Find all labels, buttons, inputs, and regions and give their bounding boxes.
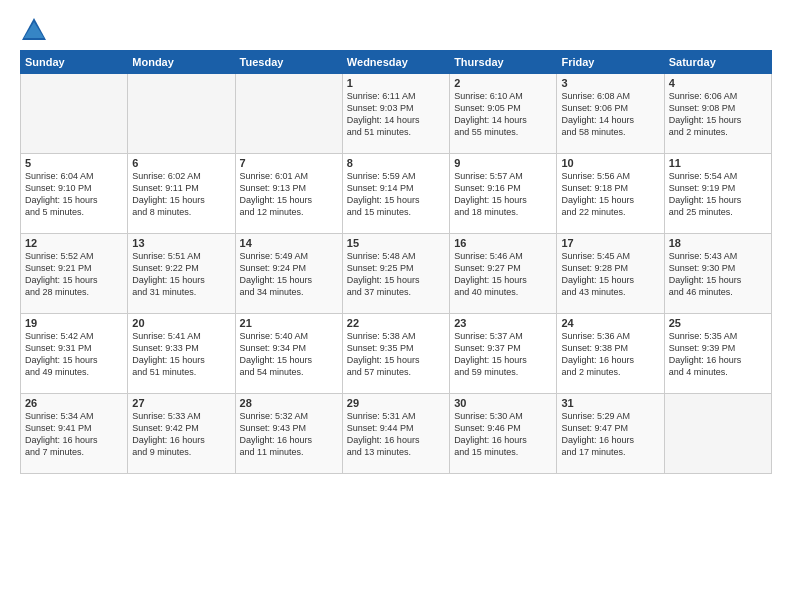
day-number: 16 <box>454 237 552 249</box>
cell-content: Sunrise: 5:48 AM Sunset: 9:25 PM Dayligh… <box>347 250 445 299</box>
calendar-cell: 31Sunrise: 5:29 AM Sunset: 9:47 PM Dayli… <box>557 394 664 474</box>
page: SundayMondayTuesdayWednesdayThursdayFrid… <box>0 0 792 612</box>
cell-content: Sunrise: 5:52 AM Sunset: 9:21 PM Dayligh… <box>25 250 123 299</box>
day-number: 31 <box>561 397 659 409</box>
cell-content: Sunrise: 5:54 AM Sunset: 9:19 PM Dayligh… <box>669 170 767 219</box>
day-number: 6 <box>132 157 230 169</box>
cell-content: Sunrise: 5:38 AM Sunset: 9:35 PM Dayligh… <box>347 330 445 379</box>
day-number: 4 <box>669 77 767 89</box>
calendar-cell <box>21 74 128 154</box>
day-number: 22 <box>347 317 445 329</box>
day-number: 28 <box>240 397 338 409</box>
cell-content: Sunrise: 6:02 AM Sunset: 9:11 PM Dayligh… <box>132 170 230 219</box>
calendar-cell: 10Sunrise: 5:56 AM Sunset: 9:18 PM Dayli… <box>557 154 664 234</box>
calendar-cell: 21Sunrise: 5:40 AM Sunset: 9:34 PM Dayli… <box>235 314 342 394</box>
cell-content: Sunrise: 6:11 AM Sunset: 9:03 PM Dayligh… <box>347 90 445 139</box>
day-number: 8 <box>347 157 445 169</box>
calendar-cell: 24Sunrise: 5:36 AM Sunset: 9:38 PM Dayli… <box>557 314 664 394</box>
cell-content: Sunrise: 5:43 AM Sunset: 9:30 PM Dayligh… <box>669 250 767 299</box>
calendar-cell <box>664 394 771 474</box>
cell-content: Sunrise: 5:57 AM Sunset: 9:16 PM Dayligh… <box>454 170 552 219</box>
weekday-sunday: Sunday <box>21 51 128 74</box>
cell-content: Sunrise: 6:10 AM Sunset: 9:05 PM Dayligh… <box>454 90 552 139</box>
day-number: 2 <box>454 77 552 89</box>
calendar-cell: 29Sunrise: 5:31 AM Sunset: 9:44 PM Dayli… <box>342 394 449 474</box>
calendar-cell: 14Sunrise: 5:49 AM Sunset: 9:24 PM Dayli… <box>235 234 342 314</box>
day-number: 25 <box>669 317 767 329</box>
calendar-cell: 16Sunrise: 5:46 AM Sunset: 9:27 PM Dayli… <box>450 234 557 314</box>
calendar-cell: 7Sunrise: 6:01 AM Sunset: 9:13 PM Daylig… <box>235 154 342 234</box>
calendar-cell: 12Sunrise: 5:52 AM Sunset: 9:21 PM Dayli… <box>21 234 128 314</box>
cell-content: Sunrise: 5:49 AM Sunset: 9:24 PM Dayligh… <box>240 250 338 299</box>
weekday-tuesday: Tuesday <box>235 51 342 74</box>
calendar-cell: 19Sunrise: 5:42 AM Sunset: 9:31 PM Dayli… <box>21 314 128 394</box>
cell-content: Sunrise: 5:29 AM Sunset: 9:47 PM Dayligh… <box>561 410 659 459</box>
calendar-cell: 9Sunrise: 5:57 AM Sunset: 9:16 PM Daylig… <box>450 154 557 234</box>
calendar-cell: 23Sunrise: 5:37 AM Sunset: 9:37 PM Dayli… <box>450 314 557 394</box>
cell-content: Sunrise: 5:36 AM Sunset: 9:38 PM Dayligh… <box>561 330 659 379</box>
calendar-cell <box>128 74 235 154</box>
day-number: 29 <box>347 397 445 409</box>
calendar: SundayMondayTuesdayWednesdayThursdayFrid… <box>20 50 772 474</box>
cell-content: Sunrise: 5:51 AM Sunset: 9:22 PM Dayligh… <box>132 250 230 299</box>
cell-content: Sunrise: 5:31 AM Sunset: 9:44 PM Dayligh… <box>347 410 445 459</box>
cell-content: Sunrise: 5:59 AM Sunset: 9:14 PM Dayligh… <box>347 170 445 219</box>
calendar-cell: 30Sunrise: 5:30 AM Sunset: 9:46 PM Dayli… <box>450 394 557 474</box>
calendar-cell: 6Sunrise: 6:02 AM Sunset: 9:11 PM Daylig… <box>128 154 235 234</box>
calendar-cell: 20Sunrise: 5:41 AM Sunset: 9:33 PM Dayli… <box>128 314 235 394</box>
day-number: 19 <box>25 317 123 329</box>
calendar-cell: 2Sunrise: 6:10 AM Sunset: 9:05 PM Daylig… <box>450 74 557 154</box>
calendar-cell <box>235 74 342 154</box>
day-number: 5 <box>25 157 123 169</box>
cell-content: Sunrise: 5:46 AM Sunset: 9:27 PM Dayligh… <box>454 250 552 299</box>
day-number: 17 <box>561 237 659 249</box>
calendar-cell: 27Sunrise: 5:33 AM Sunset: 9:42 PM Dayli… <box>128 394 235 474</box>
day-number: 21 <box>240 317 338 329</box>
cell-content: Sunrise: 5:37 AM Sunset: 9:37 PM Dayligh… <box>454 330 552 379</box>
cell-content: Sunrise: 5:30 AM Sunset: 9:46 PM Dayligh… <box>454 410 552 459</box>
week-row-3: 12Sunrise: 5:52 AM Sunset: 9:21 PM Dayli… <box>21 234 772 314</box>
week-row-4: 19Sunrise: 5:42 AM Sunset: 9:31 PM Dayli… <box>21 314 772 394</box>
day-number: 3 <box>561 77 659 89</box>
day-number: 10 <box>561 157 659 169</box>
day-number: 27 <box>132 397 230 409</box>
calendar-cell: 17Sunrise: 5:45 AM Sunset: 9:28 PM Dayli… <box>557 234 664 314</box>
calendar-cell: 22Sunrise: 5:38 AM Sunset: 9:35 PM Dayli… <box>342 314 449 394</box>
weekday-saturday: Saturday <box>664 51 771 74</box>
cell-content: Sunrise: 5:56 AM Sunset: 9:18 PM Dayligh… <box>561 170 659 219</box>
day-number: 13 <box>132 237 230 249</box>
calendar-cell: 1Sunrise: 6:11 AM Sunset: 9:03 PM Daylig… <box>342 74 449 154</box>
day-number: 1 <box>347 77 445 89</box>
calendar-cell: 8Sunrise: 5:59 AM Sunset: 9:14 PM Daylig… <box>342 154 449 234</box>
cell-content: Sunrise: 5:45 AM Sunset: 9:28 PM Dayligh… <box>561 250 659 299</box>
day-number: 23 <box>454 317 552 329</box>
calendar-cell: 15Sunrise: 5:48 AM Sunset: 9:25 PM Dayli… <box>342 234 449 314</box>
calendar-cell: 5Sunrise: 6:04 AM Sunset: 9:10 PM Daylig… <box>21 154 128 234</box>
cell-content: Sunrise: 5:42 AM Sunset: 9:31 PM Dayligh… <box>25 330 123 379</box>
day-number: 15 <box>347 237 445 249</box>
week-row-1: 1Sunrise: 6:11 AM Sunset: 9:03 PM Daylig… <box>21 74 772 154</box>
cell-content: Sunrise: 5:32 AM Sunset: 9:43 PM Dayligh… <box>240 410 338 459</box>
weekday-header-row: SundayMondayTuesdayWednesdayThursdayFrid… <box>21 51 772 74</box>
day-number: 14 <box>240 237 338 249</box>
weekday-monday: Monday <box>128 51 235 74</box>
day-number: 26 <box>25 397 123 409</box>
header <box>20 16 772 44</box>
calendar-cell: 11Sunrise: 5:54 AM Sunset: 9:19 PM Dayli… <box>664 154 771 234</box>
week-row-2: 5Sunrise: 6:04 AM Sunset: 9:10 PM Daylig… <box>21 154 772 234</box>
calendar-cell: 28Sunrise: 5:32 AM Sunset: 9:43 PM Dayli… <box>235 394 342 474</box>
calendar-cell: 13Sunrise: 5:51 AM Sunset: 9:22 PM Dayli… <box>128 234 235 314</box>
cell-content: Sunrise: 6:04 AM Sunset: 9:10 PM Dayligh… <box>25 170 123 219</box>
logo-icon <box>20 16 48 44</box>
week-row-5: 26Sunrise: 5:34 AM Sunset: 9:41 PM Dayli… <box>21 394 772 474</box>
calendar-cell: 26Sunrise: 5:34 AM Sunset: 9:41 PM Dayli… <box>21 394 128 474</box>
cell-content: Sunrise: 6:01 AM Sunset: 9:13 PM Dayligh… <box>240 170 338 219</box>
calendar-cell: 3Sunrise: 6:08 AM Sunset: 9:06 PM Daylig… <box>557 74 664 154</box>
calendar-cell: 25Sunrise: 5:35 AM Sunset: 9:39 PM Dayli… <box>664 314 771 394</box>
cell-content: Sunrise: 5:40 AM Sunset: 9:34 PM Dayligh… <box>240 330 338 379</box>
cell-content: Sunrise: 5:35 AM Sunset: 9:39 PM Dayligh… <box>669 330 767 379</box>
calendar-cell: 18Sunrise: 5:43 AM Sunset: 9:30 PM Dayli… <box>664 234 771 314</box>
day-number: 18 <box>669 237 767 249</box>
cell-content: Sunrise: 6:06 AM Sunset: 9:08 PM Dayligh… <box>669 90 767 139</box>
cell-content: Sunrise: 6:08 AM Sunset: 9:06 PM Dayligh… <box>561 90 659 139</box>
